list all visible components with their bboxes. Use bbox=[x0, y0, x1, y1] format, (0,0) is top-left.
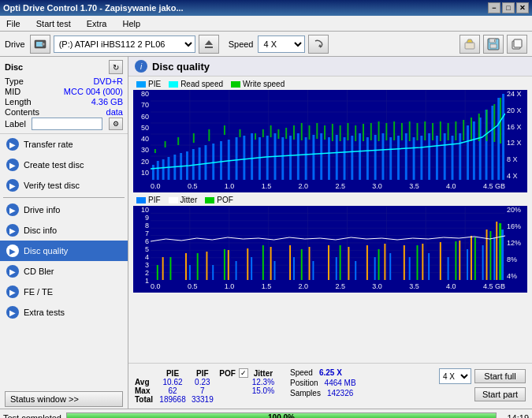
disc-length-label: Length bbox=[5, 97, 32, 106]
sidebar-item-cd-bler[interactable]: ▶ CD Bler bbox=[0, 261, 128, 282]
svg-rect-74 bbox=[473, 121, 475, 180]
sidebar-item-drive-info[interactable]: ▶ Drive info bbox=[0, 200, 128, 220]
read-legend-label: Read speed bbox=[180, 80, 223, 88]
menu-help[interactable]: Help bbox=[119, 17, 143, 30]
close-button[interactable]: ✕ bbox=[516, 2, 529, 13]
sidebar-item-fe-te[interactable]: ▶ FE / TE bbox=[0, 282, 128, 302]
refresh-button[interactable]: ↻ bbox=[109, 60, 123, 74]
jitter-checkbox[interactable]: ✓ bbox=[239, 368, 248, 378]
sidebar-item-disc-info[interactable]: ▶ Disc info bbox=[0, 220, 128, 241]
max-jitter: 15.0% bbox=[249, 386, 277, 395]
toolbar-clear-btn[interactable] bbox=[459, 35, 480, 54]
samples-row: Samples 142326 bbox=[290, 389, 433, 397]
status-window-button[interactable]: Status window >> bbox=[5, 391, 123, 407]
drive-eject-btn[interactable] bbox=[199, 35, 219, 54]
speed-select[interactable]: 4 X Max 1 X 2 X 8 X bbox=[258, 35, 305, 53]
disc-quality-label: Disc quality bbox=[24, 246, 68, 256]
pof-legend-label: POF bbox=[217, 196, 233, 204]
sidebar-item-create-test-disc[interactable]: ▶ Create test disc bbox=[0, 155, 128, 175]
svg-rect-69 bbox=[436, 136, 438, 180]
label-edit-button[interactable]: ⚙ bbox=[109, 118, 123, 130]
svg-rect-173 bbox=[270, 247, 272, 280]
svg-rect-1 bbox=[36, 42, 43, 47]
stats-left: PIE PIF POF ✓ Jitter Avg 10.62 0.23 bbox=[135, 368, 277, 404]
svg-rect-111 bbox=[440, 121, 441, 141]
svg-rect-140 bbox=[251, 257, 252, 280]
drive-select[interactable]: (P:) ATAPI iHBS112 2 PL06 bbox=[54, 35, 195, 53]
toolbar-arrow-btn[interactable] bbox=[308, 35, 329, 54]
svg-rect-41 bbox=[220, 141, 222, 180]
svg-rect-86 bbox=[240, 129, 241, 137]
svg-rect-174 bbox=[289, 245, 291, 280]
chart2-y-axis-right: 20%16%12%8%4% bbox=[505, 206, 527, 280]
disc-label-input[interactable] bbox=[32, 118, 102, 130]
drive-info-label: Drive info bbox=[24, 205, 60, 215]
toolbar-save-btn[interactable] bbox=[483, 35, 504, 54]
chart2-container: 10987654321 20%16%12%8%4% bbox=[132, 206, 529, 293]
svg-rect-59 bbox=[359, 133, 361, 180]
toolbar-copy-btn[interactable] bbox=[507, 35, 527, 54]
svg-rect-149 bbox=[428, 253, 430, 280]
svg-rect-68 bbox=[428, 133, 430, 180]
svg-rect-77 bbox=[491, 106, 493, 180]
svg-rect-55 bbox=[328, 137, 330, 180]
start-full-button[interactable]: Start full bbox=[474, 369, 526, 383]
verify-test-disc-label: Verify test disc bbox=[24, 181, 80, 190]
disc-mid-row: MID MCC 004 (000) bbox=[5, 87, 123, 96]
menu-start-test[interactable]: Start test bbox=[33, 17, 74, 30]
svg-rect-49 bbox=[281, 137, 284, 180]
quality-header: i Disc quality bbox=[128, 57, 532, 77]
svg-rect-96 bbox=[324, 125, 326, 140]
svg-rect-72 bbox=[459, 133, 461, 180]
sidebar-item-disc-quality[interactable]: ▶ Disc quality bbox=[0, 241, 128, 261]
menu-bar: File Start test Extra Help bbox=[0, 16, 532, 32]
maximize-button[interactable]: □ bbox=[502, 2, 515, 13]
sidebar-item-verify-test-disc[interactable]: ▶ Verify test disc bbox=[0, 175, 128, 196]
svg-point-3 bbox=[43, 43, 44, 45]
svg-rect-67 bbox=[420, 136, 422, 180]
menu-extra[interactable]: Extra bbox=[84, 17, 110, 30]
svg-rect-175 bbox=[309, 247, 311, 280]
start-speed-select[interactable]: 4 X Max 2 X bbox=[439, 368, 471, 384]
total-pif: 33319 bbox=[188, 395, 217, 404]
svg-rect-147 bbox=[389, 253, 391, 280]
disc-type-value: DVD+R bbox=[93, 77, 123, 86]
svg-rect-150 bbox=[448, 257, 449, 280]
avg-pif: 0.23 bbox=[188, 378, 217, 386]
disc-info-label: Disc info bbox=[24, 226, 57, 235]
svg-rect-98 bbox=[340, 125, 341, 141]
svg-rect-52 bbox=[305, 137, 307, 180]
minimize-button[interactable]: − bbox=[488, 2, 500, 13]
disc-header: Disc ↻ bbox=[5, 60, 123, 74]
svg-rect-157 bbox=[197, 253, 199, 280]
svg-rect-186 bbox=[496, 222, 497, 280]
pof-legend-color bbox=[205, 197, 214, 203]
svg-rect-152 bbox=[482, 245, 484, 280]
jitter-legend-color bbox=[169, 197, 178, 203]
disc-info-icon: ▶ bbox=[6, 224, 19, 237]
svg-rect-61 bbox=[374, 135, 377, 180]
svg-rect-62 bbox=[381, 133, 384, 180]
sidebar-item-transfer-rate[interactable]: ▶ Transfer rate bbox=[0, 134, 128, 155]
max-pif: 7 bbox=[188, 386, 217, 395]
svg-rect-40 bbox=[212, 144, 214, 180]
svg-rect-169 bbox=[185, 253, 187, 280]
svg-rect-154 bbox=[501, 230, 504, 280]
drive-icon-btn[interactable] bbox=[30, 35, 50, 54]
speed-stat-value: 6.25 X bbox=[319, 368, 342, 377]
svg-marker-4 bbox=[205, 40, 213, 45]
start-part-button[interactable]: Start part bbox=[474, 387, 526, 401]
svg-rect-54 bbox=[320, 133, 322, 180]
max-label: Max bbox=[135, 386, 157, 395]
menu-file[interactable]: File bbox=[3, 17, 24, 30]
svg-rect-91 bbox=[285, 128, 287, 139]
position-value: 4464 MB bbox=[325, 379, 356, 387]
svg-rect-170 bbox=[206, 252, 207, 280]
svg-rect-182 bbox=[440, 242, 441, 280]
disc-length-row: Length 4.36 GB bbox=[5, 97, 123, 106]
svg-rect-93 bbox=[301, 123, 303, 140]
speed-label: Speed bbox=[229, 39, 254, 49]
svg-rect-56 bbox=[336, 135, 338, 180]
extra-tests-label: Extra tests bbox=[24, 308, 65, 317]
sidebar-item-extra-tests[interactable]: ▶ Extra tests bbox=[0, 302, 128, 323]
